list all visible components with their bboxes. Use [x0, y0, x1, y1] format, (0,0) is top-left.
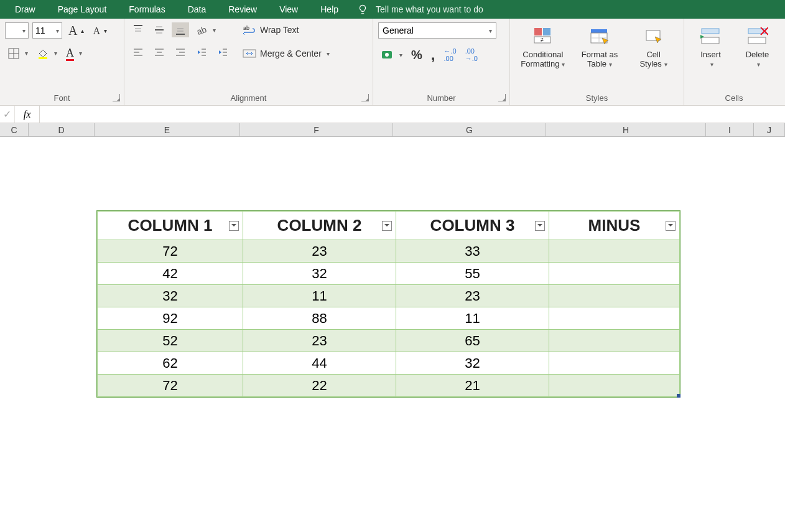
chevron-down-icon: ▾ — [56, 27, 59, 34]
orientation-button[interactable]: ab▾ — [193, 22, 218, 37]
svg-rect-42 — [702, 29, 719, 34]
ribbon-tab-formulas[interactable]: Formulas — [118, 0, 176, 19]
align-right-button[interactable] — [172, 45, 189, 60]
table-cell[interactable]: 52 — [98, 330, 243, 352]
font-name-combo[interactable]: ▾ — [5, 22, 29, 39]
align-left-button[interactable] — [129, 45, 147, 60]
align-bottom-button[interactable] — [172, 22, 189, 37]
table-cell[interactable] — [549, 263, 680, 285]
table-cell[interactable]: 21 — [396, 375, 549, 397]
fx-icon[interactable]: fx — [15, 106, 40, 123]
group-styles: ≠ Conditional Formatting▾ Format as Tabl… — [510, 19, 684, 105]
fill-color-button[interactable]: ▾ — [34, 45, 60, 61]
column-header-F[interactable]: F — [240, 123, 393, 136]
table-cell[interactable]: 11 — [396, 307, 549, 330]
chevron-down-icon: ▾ — [25, 50, 28, 57]
wrap-text-button[interactable]: ab Wrap Text — [240, 22, 332, 37]
font-dialog-launcher[interactable] — [113, 94, 120, 101]
table-cell[interactable]: 88 — [243, 307, 396, 330]
table-cell[interactable]: 32 — [396, 352, 549, 375]
ribbon-tab-data[interactable]: Data — [177, 0, 218, 19]
table-cell[interactable] — [549, 307, 680, 330]
table-header[interactable]: MINUS — [549, 212, 680, 240]
column-header-H[interactable]: H — [546, 123, 706, 136]
alignment-dialog-launcher[interactable] — [361, 94, 369, 101]
increase-decimal-button[interactable]: ←.0.00 — [441, 46, 458, 63]
table-cell[interactable]: 72 — [98, 375, 243, 397]
font-size-combo[interactable]: 11 ▾ — [32, 22, 62, 39]
table-cell[interactable]: 72 — [98, 240, 243, 263]
cell-styles-button[interactable]: Cell Styles▾ — [632, 22, 676, 70]
table-header[interactable]: COLUMN 2 — [243, 212, 396, 240]
decrease-indent-button[interactable] — [193, 45, 210, 60]
chevron-down-icon: ▾ — [79, 50, 82, 57]
ribbon-tab-draw[interactable]: Draw — [4, 0, 47, 19]
column-header-C[interactable]: C — [0, 123, 29, 136]
formatas-label-2: Table — [587, 59, 606, 68]
align-middle-button[interactable] — [151, 22, 168, 37]
chevron-down-icon: ▾ — [609, 61, 612, 68]
table-cell[interactable] — [549, 375, 680, 397]
formula-confirm-button[interactable]: ✓ — [0, 106, 15, 123]
ribbon-tab-view[interactable]: View — [268, 0, 309, 19]
table-cell[interactable]: 23 — [243, 240, 396, 263]
table-header[interactable]: COLUMN 1 — [98, 212, 243, 240]
paint-bucket-icon — [37, 47, 49, 60]
filter-dropdown-icon[interactable] — [382, 221, 392, 231]
table-cell[interactable] — [549, 352, 680, 375]
table-cell[interactable]: 23 — [396, 285, 549, 307]
table-cell[interactable]: 62 — [98, 352, 243, 375]
table-row: 722221 — [98, 375, 680, 397]
table-cell[interactable]: 55 — [396, 263, 549, 285]
column-header-E[interactable]: E — [95, 123, 240, 136]
table-cell[interactable]: 44 — [243, 352, 396, 375]
merge-center-button[interactable]: Merge & Center ▾ — [240, 46, 332, 61]
filter-dropdown-icon[interactable] — [229, 221, 239, 231]
column-header-D[interactable]: D — [29, 123, 95, 136]
column-header-J[interactable]: J — [754, 123, 785, 136]
font-color-button[interactable]: A ▾ — [63, 45, 85, 61]
table-resize-handle[interactable] — [677, 394, 680, 398]
table-cell[interactable]: 92 — [98, 307, 243, 330]
decrease-decimal-button[interactable]: .00→.0 — [463, 46, 480, 63]
insert-cells-button[interactable]: Insert ▾ — [694, 22, 728, 70]
conditional-formatting-button[interactable]: ≠ Conditional Formatting▾ — [518, 22, 567, 70]
format-as-table-button[interactable]: Format as Table▾ — [578, 22, 621, 70]
table-cell[interactable]: 32 — [243, 263, 396, 285]
tell-me[interactable]: Tell me what you want to do — [350, 4, 491, 15]
merge-center-label: Merge & Center — [260, 49, 322, 58]
ribbon-tab-help[interactable]: Help — [309, 0, 350, 19]
percent-button[interactable]: % — [409, 46, 425, 63]
ribbon-tab-page-layout[interactable]: Page Layout — [47, 0, 118, 19]
table-cell[interactable]: 11 — [243, 285, 396, 307]
increase-font-button[interactable]: A▴ — [66, 22, 86, 39]
table-cell[interactable]: 33 — [396, 240, 549, 263]
table-cell[interactable]: 65 — [396, 330, 549, 352]
delete-cells-button[interactable]: Delete ▾ — [740, 22, 775, 70]
formula-input[interactable] — [40, 106, 785, 123]
table-cell[interactable] — [549, 330, 680, 352]
number-dialog-launcher[interactable] — [498, 94, 506, 101]
ribbon-tab-review[interactable]: Review — [217, 0, 268, 19]
filter-dropdown-icon[interactable] — [535, 221, 545, 231]
filter-dropdown-icon[interactable] — [666, 221, 676, 231]
table-cell[interactable] — [549, 240, 680, 263]
number-format-combo[interactable]: General ▾ — [378, 22, 496, 39]
table-header[interactable]: COLUMN 3 — [396, 212, 549, 240]
column-header-I[interactable]: I — [706, 123, 754, 136]
align-center-button[interactable] — [151, 45, 168, 60]
borders-button[interactable]: ▾ — [5, 45, 30, 61]
comma-style-button[interactable]: , — [429, 46, 438, 63]
align-top-button[interactable] — [129, 22, 147, 37]
increase-indent-button[interactable] — [214, 45, 231, 60]
table-cell[interactable]: 42 — [98, 263, 243, 285]
column-header-G[interactable]: G — [393, 123, 546, 136]
worksheet-area[interactable]: COLUMN 1COLUMN 2COLUMN 3MINUS 7223334232… — [0, 137, 785, 532]
currency-button[interactable]: ▾ — [378, 46, 405, 63]
table-cell[interactable]: 22 — [243, 375, 396, 397]
table-cell[interactable]: 23 — [243, 330, 396, 352]
table-cell[interactable] — [549, 285, 680, 307]
svg-text:ab: ab — [195, 24, 208, 36]
decrease-font-button[interactable]: A▾ — [90, 22, 109, 39]
table-cell[interactable]: 32 — [98, 285, 243, 307]
